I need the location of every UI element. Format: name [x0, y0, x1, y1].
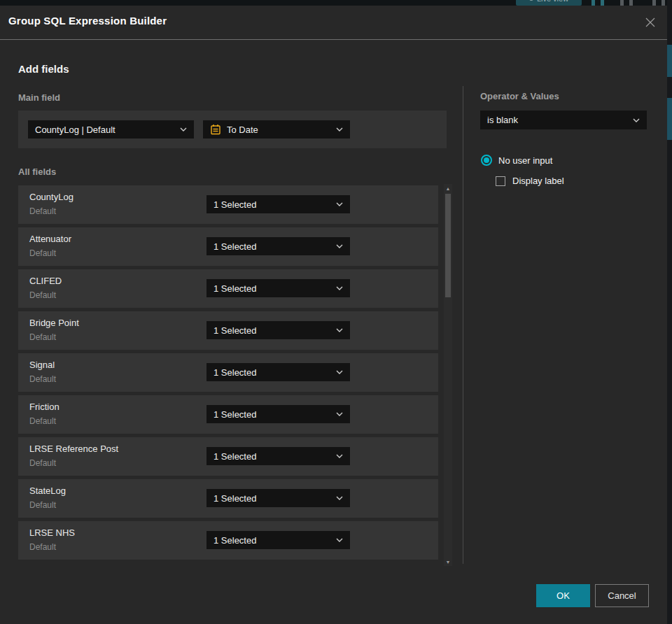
chevron-down-icon [180, 127, 187, 132]
field-row: LRSE Reference Post Default 1 Selected [18, 437, 438, 476]
live-view-toggle[interactable]: Live view [516, 0, 582, 6]
main-field-box: CountyLog | Default To Date [18, 111, 447, 148]
toolbar-fragment [652, 0, 656, 6]
scroll-up-icon[interactable]: ▲ [444, 184, 452, 192]
field-subtitle: Default [29, 332, 56, 342]
field-row: Attenuator Default 1 Selected [18, 227, 438, 266]
chevron-down-icon [336, 412, 343, 416]
field-row: CountyLog Default 1 Selected [18, 185, 438, 224]
field-name: Signal [29, 360, 55, 370]
field-selection-value: 1 Selected [214, 409, 330, 420]
field-name: StateLog [29, 485, 66, 496]
chevron-down-icon [336, 328, 343, 332]
background-fragment [667, 98, 672, 140]
field-selection-value: 1 Selected [214, 241, 330, 252]
field-subtitle: Default [29, 458, 56, 468]
panel-divider [463, 86, 463, 564]
chevron-down-icon [336, 127, 343, 132]
field-selection-value: 1 Selected [214, 199, 330, 210]
field-row: LRSE NHS Default 1 Selected [18, 521, 438, 560]
chevron-down-icon [336, 454, 343, 458]
field-selection-dropdown[interactable]: 1 Selected [206, 321, 350, 339]
field-subtitle: Default [29, 248, 56, 258]
background-app-right-strip [667, 0, 672, 624]
field-selection-dropdown[interactable]: 1 Selected [206, 405, 350, 423]
radio-selected-icon [481, 155, 492, 166]
field-subtitle: Default [29, 416, 56, 426]
field-subtitle: Default [29, 374, 56, 384]
chevron-down-icon [633, 118, 640, 122]
field-selection-value: 1 Selected [214, 283, 330, 294]
ok-button[interactable]: OK [536, 584, 590, 607]
chevron-down-icon [336, 244, 343, 248]
field-row: Bridge Point Default 1 Selected [18, 311, 438, 350]
chevron-down-icon [336, 496, 343, 500]
operator-values-label: Operator & Values [480, 91, 559, 101]
all-fields-label: All fields [18, 166, 56, 177]
close-icon [645, 17, 656, 28]
dialog-titlebar: Group SQL Expression Builder [0, 6, 667, 40]
display-label-checkbox[interactable]: Display label [496, 176, 564, 186]
scrollbar-thumb[interactable] [445, 194, 451, 297]
field-subtitle: Default [29, 500, 56, 510]
field-selection-value: 1 Selected [214, 367, 330, 378]
field-name: LRSE NHS [29, 527, 75, 538]
dialog-title: Group SQL Expression Builder [8, 15, 167, 27]
field-row: CLIFED Default 1 Selected [18, 269, 438, 308]
operator-dropdown-value: is blank [487, 115, 627, 125]
date-field-dropdown[interactable]: To Date [203, 120, 350, 139]
scroll-down-icon[interactable]: ▼ [444, 558, 452, 566]
field-name: CLIFED [29, 276, 62, 286]
chevron-down-icon [336, 286, 343, 290]
field-row: Signal Default 1 Selected [18, 353, 438, 392]
main-field-dropdown[interactable]: CountyLog | Default [28, 120, 194, 139]
operator-dropdown[interactable]: is blank [480, 111, 647, 129]
toolbar-fragment [662, 0, 665, 6]
field-selection-value: 1 Selected [214, 451, 330, 462]
add-fields-heading: Add fields [18, 63, 69, 75]
field-row: Friction Default 1 Selected [18, 395, 438, 434]
field-selection-value: 1 Selected [214, 535, 330, 546]
field-name: LRSE Reference Post [29, 444, 118, 454]
field-name: Attenuator [29, 234, 71, 244]
live-view-label: Live view [537, 0, 568, 3]
no-user-input-label: No user input [498, 155, 552, 166]
calendar-icon [210, 124, 221, 135]
date-field-dropdown-value: To Date [227, 125, 330, 135]
main-field-dropdown-value: CountyLog | Default [35, 125, 174, 135]
field-selection-dropdown[interactable]: 1 Selected [206, 363, 350, 381]
chevron-down-icon [336, 202, 343, 206]
field-selection-value: 1 Selected [214, 325, 330, 336]
toolbar-fragment [629, 0, 633, 6]
field-selection-dropdown[interactable]: 1 Selected [206, 237, 350, 255]
toolbar-fragment [601, 0, 604, 6]
field-subtitle: Default [29, 206, 56, 216]
all-fields-list: CountyLog Default 1 Selected Attenuator … [18, 185, 438, 563]
cancel-button[interactable]: Cancel [595, 584, 649, 607]
group-sql-expression-builder-dialog: Group SQL Expression Builder Add fields … [0, 6, 667, 624]
field-name: Bridge Point [29, 318, 79, 328]
checkbox-unchecked-icon [496, 176, 505, 186]
background-app-strip: Live view [0, 0, 672, 6]
close-button[interactable] [643, 15, 658, 30]
live-dot-icon [529, 0, 533, 1]
chevron-down-icon [336, 538, 343, 542]
field-selection-dropdown[interactable]: 1 Selected [206, 447, 350, 465]
display-label-text: Display label [512, 176, 564, 186]
background-fragment [667, 45, 672, 77]
list-scrollbar[interactable]: ▲ ▼ [444, 184, 452, 566]
field-selection-dropdown[interactable]: 1 Selected [206, 489, 350, 507]
field-row: StateLog Default 1 Selected [18, 479, 438, 518]
toolbar-fragment [592, 0, 595, 6]
field-subtitle: Default [29, 290, 56, 300]
toolbar-fragment [620, 0, 624, 6]
field-subtitle: Default [29, 542, 56, 552]
main-field-label: Main field [18, 92, 60, 103]
field-selection-dropdown[interactable]: 1 Selected [206, 531, 350, 549]
chevron-down-icon [336, 370, 343, 374]
no-user-input-radio[interactable]: No user input [481, 155, 552, 166]
field-selection-value: 1 Selected [214, 493, 330, 504]
field-name: CountyLog [29, 192, 74, 202]
field-selection-dropdown[interactable]: 1 Selected [206, 195, 350, 213]
field-selection-dropdown[interactable]: 1 Selected [206, 279, 350, 297]
